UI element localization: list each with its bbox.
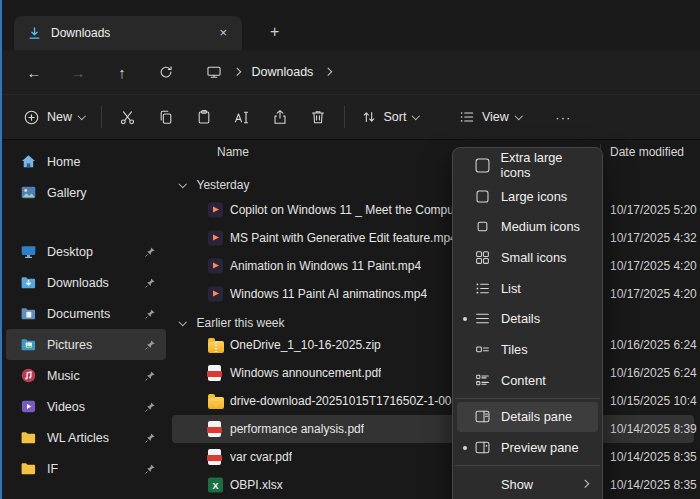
menu-separator [455,465,600,466]
navigation-sidebar: Home Gallery Desktop Downloads Documents… [2,140,170,499]
copy-button[interactable] [147,100,185,134]
zip-file-icon [208,341,224,353]
cut-button[interactable] [109,100,147,134]
sidebar-item-wl-articles[interactable]: WL Articles [6,422,166,453]
sidebar-item-pictures[interactable]: Pictures [6,329,166,360]
column-header-date-modified[interactable]: Date modified [610,145,684,159]
file-row-selected[interactable]: performance analysis.pdf 10/14/2025 8:39 [172,415,694,443]
tab-downloads[interactable]: Downloads × [14,16,242,50]
pin-icon [144,308,156,320]
details-pane-icon [474,408,491,425]
menu-item-show[interactable]: Show [457,469,598,499]
medium-icons-icon [474,218,491,235]
file-name: Windows announcement.pdf [230,366,381,380]
home-icon [20,153,37,170]
file-row[interactable]: Windows 11 Paint AI animatinos.mp4 10/17… [172,280,694,308]
delete-button[interactable] [299,100,337,134]
menu-item-content[interactable]: Content [457,365,598,396]
video-file-icon [208,259,223,274]
sidebar-item-label: Documents [47,307,110,321]
sidebar-item-if[interactable]: IF [6,453,166,484]
content-view-icon [474,372,491,389]
rename-button[interactable] [223,100,261,134]
sidebar-item-gallery[interactable]: Gallery [6,177,166,208]
sidebar-item-label: Gallery [47,186,87,200]
new-button[interactable]: New [14,100,94,134]
file-name: Animation in Windows 11 Paint.mp4 [230,259,421,273]
menu-item-tiles[interactable]: Tiles [457,334,598,365]
sort-button-label: Sort [384,110,407,124]
file-date: 10/17/2025 4:32 [610,231,697,245]
up-button[interactable]: ↑ [105,56,139,88]
breadcrumb-chevron-icon[interactable] [233,68,241,76]
sort-button[interactable]: Sort [352,100,428,134]
new-button-label: New [47,110,72,124]
chevron-down-icon [78,112,86,120]
menu-item-details[interactable]: Details [457,303,598,334]
menu-item-preview-pane[interactable]: Preview pane [457,432,598,463]
file-name: MS Paint with Generative Edit feature.mp… [230,231,457,245]
file-date: 10/14/2025 8:39 [610,422,697,436]
menu-item-extra-large-icons[interactable]: Extra large icons [457,150,598,181]
file-row[interactable]: MS Paint with Generative Edit feature.mp… [172,224,694,252]
new-tab-button[interactable]: + [262,23,287,41]
file-row[interactable]: Copilot on Windows 11 _ Meet the Compu..… [172,196,694,224]
sidebar-item-videos[interactable]: Videos [6,391,166,422]
refresh-button[interactable] [149,56,183,88]
file-row[interactable]: OBPI.xlsx 10/14/2025 8:35 [172,471,694,499]
group-header-yesterday[interactable]: Yesterday [172,172,694,198]
menu-item-large-icons[interactable]: Large icons [457,181,598,212]
forward-button[interactable]: → [61,56,95,88]
breadcrumb-chevron-icon[interactable] [324,68,332,76]
breadcrumb-item-downloads[interactable]: Downloads [252,65,314,79]
menu-item-list[interactable]: List [457,273,598,304]
file-row[interactable]: OneDrive_1_10-16-2025.zip 10/16/2025 6:2… [172,331,694,359]
sidebar-section-gap [2,208,170,236]
paste-button[interactable] [185,100,223,134]
submenu-chevron-icon [580,480,588,488]
column-headers: Name Date modified [170,140,700,166]
file-row[interactable]: drive-download-20251015T171650Z-1-001...… [172,387,694,415]
menu-item-medium-icons[interactable]: Medium icons [457,211,598,242]
sidebar-item-desktop[interactable]: Desktop [6,236,166,267]
sidebar-item-label: Downloads [47,276,109,290]
pin-icon [144,246,156,258]
file-row[interactable]: Windows announcement.pdf 10/16/2025 6:24 [172,359,694,387]
file-explorer-window: Downloads × + ← → ↑ Downloads New [0,0,700,499]
pdf-file-icon [208,365,221,381]
downloads-folder-icon [20,274,37,291]
column-header-name[interactable]: Name [217,145,249,159]
this-pc-icon[interactable] [206,64,222,80]
pin-icon [144,463,156,475]
file-row[interactable]: Animation in Windows 11 Paint.mp4 10/17/… [172,252,694,280]
menu-item-details-pane[interactable]: Details pane [457,402,598,433]
chevron-down-icon [515,112,523,120]
sidebar-item-documents[interactable]: Documents [6,298,166,329]
share-button[interactable] [261,100,299,134]
chevron-down-icon [412,112,420,120]
sidebar-item-home[interactable]: Home [6,146,166,177]
file-name: OneDrive_1_10-16-2025.zip [230,338,381,352]
details-view-icon [474,310,491,327]
sidebar-item-label: IF [47,462,58,476]
close-tab-button[interactable]: × [212,25,234,42]
sidebar-item-downloads[interactable]: Downloads [6,267,166,298]
pin-icon [144,432,156,444]
sidebar-item-music[interactable]: Music [6,360,166,391]
more-options-button[interactable]: ··· [544,100,582,134]
pictures-folder-icon [20,336,37,353]
radio-dot [463,317,474,321]
folder-icon [20,429,37,446]
menu-item-small-icons[interactable]: Small icons [457,242,598,273]
music-icon [20,367,37,384]
video-file-icon [208,231,223,246]
back-button[interactable]: ← [17,56,51,88]
file-date: 10/14/2025 8:35 [610,478,697,492]
view-button[interactable]: View [450,100,530,134]
radio-dot [463,446,474,450]
folder-icon [20,460,37,477]
folder-icon [208,397,224,409]
file-row[interactable]: var cvar.pdf 10/14/2025 8:35 [172,443,694,471]
sidebar-item-label: Pictures [47,338,92,352]
file-date: 10/16/2025 6:24 [610,338,697,352]
